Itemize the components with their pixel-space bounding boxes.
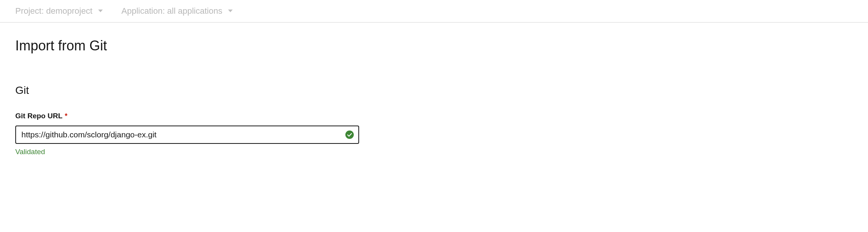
git-repo-url-input-wrapper bbox=[15, 126, 359, 144]
svg-point-0 bbox=[345, 130, 354, 139]
top-bar: Project: demoproject Application: all ap… bbox=[0, 0, 868, 23]
main-content: Import from Git Git Git Repo URL * Valid… bbox=[0, 23, 868, 156]
caret-down-icon bbox=[228, 9, 233, 13]
git-repo-url-input[interactable] bbox=[15, 126, 359, 144]
check-circle-icon bbox=[345, 130, 354, 139]
git-repo-url-label-row: Git Repo URL * bbox=[15, 112, 853, 120]
page-title: Import from Git bbox=[15, 38, 853, 54]
project-dropdown[interactable]: Project: demoproject bbox=[15, 6, 103, 16]
application-dropdown[interactable]: Application: all applications bbox=[121, 6, 233, 16]
required-indicator: * bbox=[65, 112, 68, 120]
validation-status-text: Validated bbox=[15, 148, 853, 156]
git-repo-url-label: Git Repo URL bbox=[15, 112, 63, 120]
git-section-heading: Git bbox=[15, 84, 853, 97]
caret-down-icon bbox=[98, 9, 103, 13]
application-dropdown-label: Application: all applications bbox=[121, 6, 222, 16]
project-dropdown-label: Project: demoproject bbox=[15, 6, 92, 16]
